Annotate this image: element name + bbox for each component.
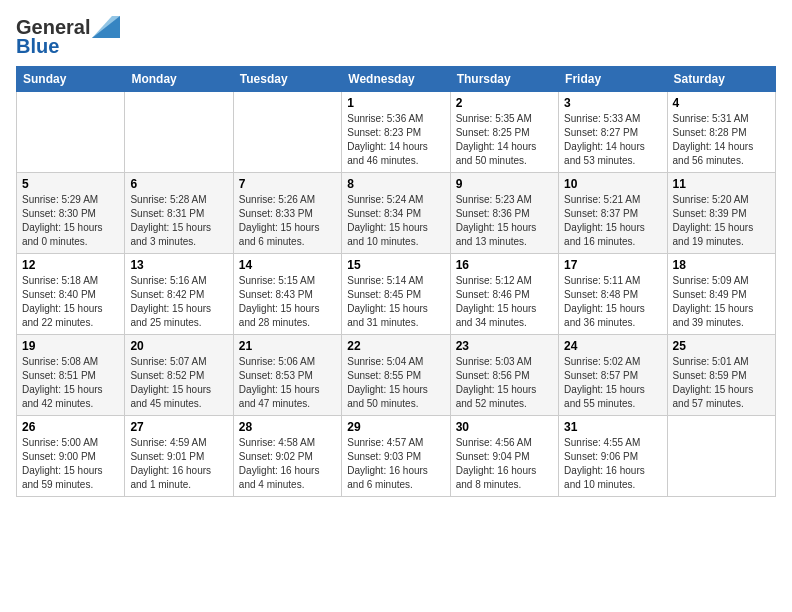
weekday-header-row: SundayMondayTuesdayWednesdayThursdayFrid… [17,67,776,92]
day-info: Sunrise: 5:01 AM Sunset: 8:59 PM Dayligh… [673,355,770,411]
weekday-header-sunday: Sunday [17,67,125,92]
calendar-cell: 18Sunrise: 5:09 AM Sunset: 8:49 PM Dayli… [667,254,775,335]
day-number: 14 [239,258,336,272]
day-info: Sunrise: 5:03 AM Sunset: 8:56 PM Dayligh… [456,355,553,411]
day-info: Sunrise: 4:58 AM Sunset: 9:02 PM Dayligh… [239,436,336,492]
day-info: Sunrise: 5:33 AM Sunset: 8:27 PM Dayligh… [564,112,661,168]
day-number: 22 [347,339,444,353]
calendar-cell: 4Sunrise: 5:31 AM Sunset: 8:28 PM Daylig… [667,92,775,173]
calendar-week-1: 1Sunrise: 5:36 AM Sunset: 8:23 PM Daylig… [17,92,776,173]
day-info: Sunrise: 5:36 AM Sunset: 8:23 PM Dayligh… [347,112,444,168]
day-number: 15 [347,258,444,272]
calendar-cell: 20Sunrise: 5:07 AM Sunset: 8:52 PM Dayli… [125,335,233,416]
logo: General Blue [16,16,120,58]
page-header: General Blue [16,16,776,58]
day-number: 23 [456,339,553,353]
weekday-header-saturday: Saturday [667,67,775,92]
calendar-cell: 14Sunrise: 5:15 AM Sunset: 8:43 PM Dayli… [233,254,341,335]
day-number: 9 [456,177,553,191]
calendar-cell: 25Sunrise: 5:01 AM Sunset: 8:59 PM Dayli… [667,335,775,416]
day-number: 26 [22,420,119,434]
calendar-cell: 28Sunrise: 4:58 AM Sunset: 9:02 PM Dayli… [233,416,341,497]
logo-icon [92,16,120,38]
calendar-cell: 3Sunrise: 5:33 AM Sunset: 8:27 PM Daylig… [559,92,667,173]
calendar-week-5: 26Sunrise: 5:00 AM Sunset: 9:00 PM Dayli… [17,416,776,497]
day-info: Sunrise: 5:15 AM Sunset: 8:43 PM Dayligh… [239,274,336,330]
weekday-header-friday: Friday [559,67,667,92]
day-number: 12 [22,258,119,272]
day-number: 3 [564,96,661,110]
day-number: 4 [673,96,770,110]
day-number: 25 [673,339,770,353]
weekday-header-thursday: Thursday [450,67,558,92]
calendar-cell: 19Sunrise: 5:08 AM Sunset: 8:51 PM Dayli… [17,335,125,416]
calendar-cell: 6Sunrise: 5:28 AM Sunset: 8:31 PM Daylig… [125,173,233,254]
day-number: 13 [130,258,227,272]
calendar-cell: 13Sunrise: 5:16 AM Sunset: 8:42 PM Dayli… [125,254,233,335]
day-number: 17 [564,258,661,272]
weekday-header-tuesday: Tuesday [233,67,341,92]
weekday-header-monday: Monday [125,67,233,92]
day-info: Sunrise: 5:02 AM Sunset: 8:57 PM Dayligh… [564,355,661,411]
day-info: Sunrise: 5:24 AM Sunset: 8:34 PM Dayligh… [347,193,444,249]
day-info: Sunrise: 5:12 AM Sunset: 8:46 PM Dayligh… [456,274,553,330]
weekday-header-wednesday: Wednesday [342,67,450,92]
calendar-cell: 30Sunrise: 4:56 AM Sunset: 9:04 PM Dayli… [450,416,558,497]
day-info: Sunrise: 4:57 AM Sunset: 9:03 PM Dayligh… [347,436,444,492]
calendar-cell: 16Sunrise: 5:12 AM Sunset: 8:46 PM Dayli… [450,254,558,335]
day-info: Sunrise: 5:28 AM Sunset: 8:31 PM Dayligh… [130,193,227,249]
calendar-week-3: 12Sunrise: 5:18 AM Sunset: 8:40 PM Dayli… [17,254,776,335]
day-number: 8 [347,177,444,191]
calendar-cell: 12Sunrise: 5:18 AM Sunset: 8:40 PM Dayli… [17,254,125,335]
day-number: 10 [564,177,661,191]
day-info: Sunrise: 4:55 AM Sunset: 9:06 PM Dayligh… [564,436,661,492]
day-number: 5 [22,177,119,191]
day-info: Sunrise: 5:35 AM Sunset: 8:25 PM Dayligh… [456,112,553,168]
day-info: Sunrise: 5:31 AM Sunset: 8:28 PM Dayligh… [673,112,770,168]
day-number: 30 [456,420,553,434]
calendar-cell: 10Sunrise: 5:21 AM Sunset: 8:37 PM Dayli… [559,173,667,254]
calendar-cell: 9Sunrise: 5:23 AM Sunset: 8:36 PM Daylig… [450,173,558,254]
day-number: 16 [456,258,553,272]
day-info: Sunrise: 5:07 AM Sunset: 8:52 PM Dayligh… [130,355,227,411]
day-info: Sunrise: 5:08 AM Sunset: 8:51 PM Dayligh… [22,355,119,411]
calendar-cell: 1Sunrise: 5:36 AM Sunset: 8:23 PM Daylig… [342,92,450,173]
calendar-table: SundayMondayTuesdayWednesdayThursdayFrid… [16,66,776,497]
day-number: 7 [239,177,336,191]
day-info: Sunrise: 4:59 AM Sunset: 9:01 PM Dayligh… [130,436,227,492]
calendar-cell: 22Sunrise: 5:04 AM Sunset: 8:55 PM Dayli… [342,335,450,416]
calendar-cell [17,92,125,173]
calendar-cell: 7Sunrise: 5:26 AM Sunset: 8:33 PM Daylig… [233,173,341,254]
calendar-cell [233,92,341,173]
day-number: 21 [239,339,336,353]
day-info: Sunrise: 5:00 AM Sunset: 9:00 PM Dayligh… [22,436,119,492]
day-info: Sunrise: 5:23 AM Sunset: 8:36 PM Dayligh… [456,193,553,249]
day-number: 24 [564,339,661,353]
day-info: Sunrise: 5:04 AM Sunset: 8:55 PM Dayligh… [347,355,444,411]
day-number: 11 [673,177,770,191]
calendar-cell: 2Sunrise: 5:35 AM Sunset: 8:25 PM Daylig… [450,92,558,173]
calendar-cell: 27Sunrise: 4:59 AM Sunset: 9:01 PM Dayli… [125,416,233,497]
calendar-cell: 26Sunrise: 5:00 AM Sunset: 9:00 PM Dayli… [17,416,125,497]
calendar-week-4: 19Sunrise: 5:08 AM Sunset: 8:51 PM Dayli… [17,335,776,416]
day-info: Sunrise: 5:20 AM Sunset: 8:39 PM Dayligh… [673,193,770,249]
calendar-cell: 21Sunrise: 5:06 AM Sunset: 8:53 PM Dayli… [233,335,341,416]
calendar-cell: 24Sunrise: 5:02 AM Sunset: 8:57 PM Dayli… [559,335,667,416]
day-number: 28 [239,420,336,434]
logo-blue-text: Blue [16,35,59,58]
calendar-cell [667,416,775,497]
day-info: Sunrise: 5:29 AM Sunset: 8:30 PM Dayligh… [22,193,119,249]
calendar-cell [125,92,233,173]
day-info: Sunrise: 5:11 AM Sunset: 8:48 PM Dayligh… [564,274,661,330]
day-info: Sunrise: 5:14 AM Sunset: 8:45 PM Dayligh… [347,274,444,330]
calendar-cell: 5Sunrise: 5:29 AM Sunset: 8:30 PM Daylig… [17,173,125,254]
calendar-cell: 29Sunrise: 4:57 AM Sunset: 9:03 PM Dayli… [342,416,450,497]
day-info: Sunrise: 5:16 AM Sunset: 8:42 PM Dayligh… [130,274,227,330]
day-number: 1 [347,96,444,110]
day-info: Sunrise: 5:09 AM Sunset: 8:49 PM Dayligh… [673,274,770,330]
day-number: 2 [456,96,553,110]
day-number: 29 [347,420,444,434]
calendar-cell: 17Sunrise: 5:11 AM Sunset: 8:48 PM Dayli… [559,254,667,335]
calendar-cell: 23Sunrise: 5:03 AM Sunset: 8:56 PM Dayli… [450,335,558,416]
day-info: Sunrise: 5:26 AM Sunset: 8:33 PM Dayligh… [239,193,336,249]
